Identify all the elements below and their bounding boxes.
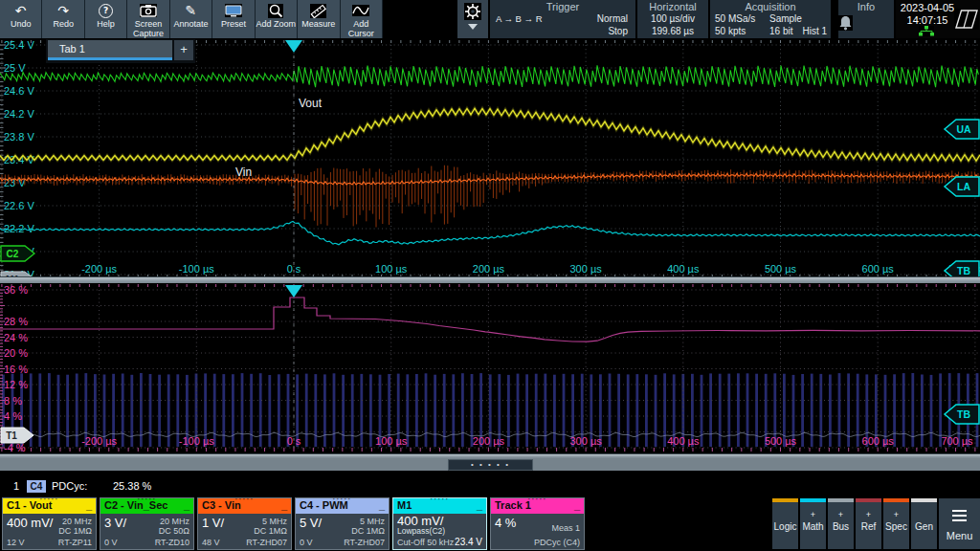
trigger-panel[interactable]: Trigger A → B → R Normal Stop: [490, 0, 635, 38]
trigger-marker[interactable]: [285, 40, 302, 53]
channel-box-c4[interactable]: ····· C4 - PWM _ 5 V/ 5 MHz DC 1MΩ 0 V R…: [295, 497, 390, 550]
screen-capture-button[interactable]: Screen Capture: [127, 0, 168, 38]
minimize-button[interactable]: _: [477, 498, 482, 513]
svg-text:200 µs: 200 µs: [473, 435, 505, 447]
channel-box-c2[interactable]: ····· C2 - Vin_Sec _ 3 V/ 20 MHz DC 50Ω …: [100, 497, 194, 550]
c1-vout-trace[interactable]: [0, 108, 980, 161]
undo-icon: ↶: [15, 2, 27, 19]
waveform-graticule-upper[interactable]: 25.4 V25 V24.6 V24.2 V23.8 V23.4 V23 V22…: [0, 38, 980, 276]
svg-text:600 µs: 600 µs: [862, 263, 895, 275]
ruler-icon: [310, 2, 326, 19]
channel-title: C2 - Vin_Sec: [104, 499, 167, 511]
help-button[interactable]: ? Help: [85, 0, 126, 38]
level-tag-ua[interactable]: UA: [945, 120, 979, 139]
svg-text:C2: C2: [7, 249, 19, 259]
svg-text:400 µs: 400 µs: [667, 435, 700, 447]
date-display: 2023-04-05: [896, 2, 959, 13]
horizontal-scrollbar[interactable]: • • • • •: [0, 458, 980, 471]
logic-label: Logic: [772, 521, 798, 532]
svg-text:24 %: 24 %: [4, 332, 28, 343]
channel-box-c3[interactable]: ····· C3 - Vin _ 1 V/ 5 MHz DC 1MΩ 48 V …: [197, 497, 292, 550]
measure-label: Measure: [301, 20, 335, 30]
tab-tab1[interactable]: Tab 1: [48, 40, 172, 60]
svg-text:Vout: Vout: [299, 97, 323, 110]
add-cursor-button[interactable]: Add Cursor: [341, 0, 382, 38]
add-bus-button[interactable]: + Bus: [828, 498, 854, 549]
track-box-track1[interactable]: ····· Track 1 _ 4 % Meas 1 PDCyc (C4): [490, 497, 585, 550]
level-tag-la[interactable]: LA: [945, 177, 979, 196]
track-source-meas: Meas 1: [551, 523, 580, 533]
settings-button[interactable]: [457, 0, 488, 38]
svg-text:600 µs: 600 µs: [862, 435, 895, 447]
preset-button[interactable]: Preset: [212, 0, 254, 38]
drag-grip: ·····: [528, 493, 547, 507]
channel-probe: RT-ZP11: [58, 538, 92, 547]
add-zoom-button[interactable]: Add Zoom: [256, 0, 297, 38]
annotate-button[interactable]: ✎ Annotate: [170, 0, 212, 38]
screen-capture-label: Screen Capture: [133, 20, 164, 38]
waveform-graticule-lower[interactable]: 36 %28 %24 %20 %16 %12 %8 %4 %-4 %-200 µ…: [0, 283, 980, 453]
pencil-icon: ✎: [186, 2, 197, 19]
acquisition-panel[interactable]: Acquisition 50 MSa/s Sample 50 kpts 16 b…: [710, 0, 831, 38]
c2-vinsec-trace[interactable]: [0, 65, 978, 87]
trigger-state: Stop: [608, 26, 628, 36]
horizontal-panel[interactable]: Horizontal 100 µs/div 199.68 µs: [637, 0, 708, 38]
drag-grip: ·····: [138, 493, 157, 507]
bus-color-strip: [828, 498, 854, 502]
add-spec-button[interactable]: + Spec: [883, 498, 909, 549]
svg-text:500 µs: 500 µs: [765, 435, 797, 447]
minimize-button[interactable]: _: [574, 498, 580, 513]
track-marker-t1[interactable]: T1: [1, 428, 33, 443]
logic-button[interactable]: Logic: [772, 498, 798, 549]
add-ref-button[interactable]: + Ref: [856, 498, 881, 549]
minimize-button[interactable]: _: [281, 498, 287, 513]
channel-box-c1[interactable]: ····· C1 - Vout _ 400 mV/ 20 MHz DC 1MΩ …: [2, 497, 97, 550]
plus-icon: +: [800, 510, 826, 519]
channel-bandwidth: 20 MHz: [62, 517, 92, 526]
channel-bandwidth: 5 MHz: [262, 517, 287, 526]
minimize-button[interactable]: _: [86, 498, 92, 513]
measurement-source-badge: C4: [27, 480, 46, 493]
measure-button[interactable]: Measure: [298, 0, 339, 38]
channel-probe: RT-ZD10: [155, 538, 189, 547]
scrollbar-handle[interactable]: • • • • •: [448, 459, 533, 471]
svg-text:Vin: Vin: [235, 165, 252, 179]
gen-label: Gen: [911, 521, 937, 532]
track1-trace[interactable]: [0, 298, 980, 342]
bus-label: Bus: [828, 521, 854, 532]
minimize-button[interactable]: _: [184, 498, 189, 513]
c3-vin-spikes: [2, 165, 978, 228]
channel-scale: 5 V/: [300, 516, 322, 530]
add-cursor-label: Add Cursor: [348, 20, 374, 38]
trigger-marker[interactable]: [285, 285, 302, 298]
help-icon: ?: [99, 2, 113, 19]
math-function: Lowpass(C2): [397, 526, 445, 536]
undo-button[interactable]: ↶ Undo: [0, 0, 41, 38]
math-box-m1[interactable]: ····· M1 _ 400 mV/ Lowpass(C2) Cut-Off 5…: [392, 497, 487, 550]
drag-grip: ·····: [431, 493, 450, 507]
menu-label: Menu: [939, 530, 980, 541]
add-tab-button[interactable]: +: [174, 40, 193, 60]
math-label: Math: [800, 521, 826, 532]
clock-panel[interactable]: 2023-04-05 14:07:15: [896, 0, 980, 38]
channel-probe: RT-ZHD07: [246, 538, 287, 547]
gen-button[interactable]: Gen: [911, 498, 937, 549]
toolbar: ↶ Undo ↷ Redo ? Help Screen Capture ✎ An…: [0, 0, 383, 38]
add-math-button[interactable]: + Math: [800, 498, 826, 549]
acquisition-history: Hist 1: [802, 26, 827, 36]
horizontal-position: 199.68 µs: [637, 26, 708, 36]
redo-button[interactable]: ↷ Redo: [42, 0, 83, 38]
info-panel[interactable]: Info: [838, 0, 894, 38]
m1-lowpass-trace[interactable]: [0, 221, 980, 244]
math-cutoff: Cut-Off 50 kHz: [397, 538, 454, 547]
menu-button[interactable]: Menu: [939, 498, 980, 549]
channel-scale: 1 V/: [202, 516, 224, 530]
brand-logo: [954, 9, 979, 30]
svg-text:TB: TB: [957, 408, 970, 420]
minimize-button[interactable]: _: [379, 498, 385, 513]
help-label: Help: [97, 20, 115, 30]
channel-title: Track 1: [495, 499, 531, 511]
svg-text:UA: UA: [956, 123, 971, 135]
svg-text:20 %: 20 %: [4, 347, 28, 359]
track-meas-type: PDCyc (C4): [534, 538, 580, 547]
